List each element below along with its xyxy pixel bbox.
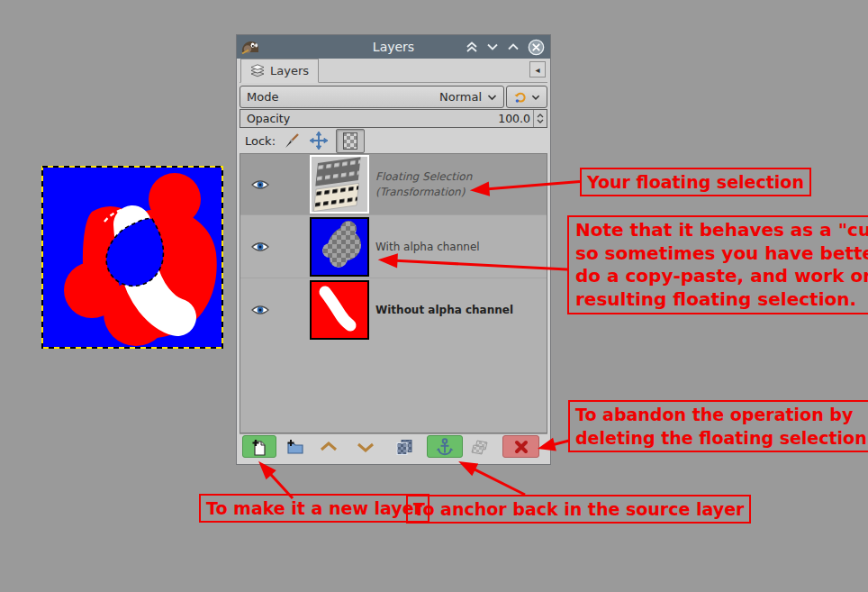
opacity-value: 100.0 <box>498 112 530 125</box>
tab-row: Layers ◂ <box>240 59 547 83</box>
chevron-down-icon <box>356 442 375 452</box>
raise-layer-button[interactable] <box>317 435 340 458</box>
visibility-eye-icon[interactable] <box>251 178 269 190</box>
desktop: { "window": { "title": "Layers" }, "tab"… <box>0 0 868 592</box>
opacity-spinner[interactable] <box>533 110 547 127</box>
mode-select[interactable]: Mode Normal <box>240 86 504 108</box>
callout-floating-selection: Your floating selection <box>580 168 811 196</box>
titlebar[interactable]: Layers <box>237 35 550 59</box>
merge-icon <box>471 439 489 455</box>
lock-label: Lock: <box>245 134 276 148</box>
lock-move-icon[interactable] <box>310 132 328 150</box>
gimp-wilber-icon <box>240 39 260 55</box>
layers-dialog: Layers <box>236 34 551 465</box>
chevron-up-icon[interactable] <box>507 41 520 52</box>
new-layer-icon <box>251 438 267 456</box>
opacity-slider[interactable]: Opacity 100.0 <box>240 109 547 128</box>
tab-menu-glyph: ◂ <box>535 65 539 75</box>
tab-layers[interactable]: Layers <box>240 59 319 83</box>
lock-alpha-toggle[interactable] <box>336 129 365 153</box>
opacity-label: Opacity <box>247 112 290 125</box>
checkerboard-icon <box>343 132 357 150</box>
callout-abandon: To abandon the operation by deleting the… <box>568 400 868 452</box>
close-icon[interactable] <box>528 39 545 56</box>
layers-toolbar <box>240 433 547 460</box>
callout-new-layer: To make it a new layer <box>199 494 429 523</box>
layer-name: With alpha channel <box>375 241 480 253</box>
tab-label: Layers <box>270 64 309 77</box>
layer-row-floating-selection[interactable]: Floating Selection (Transformation) <box>240 154 547 214</box>
lock-paint-icon[interactable] <box>284 132 302 150</box>
floating-selection-thumbnail[interactable] <box>310 155 369 214</box>
merge-layer-button[interactable] <box>466 435 493 458</box>
chevron-down-icon[interactable] <box>486 41 499 52</box>
visibility-eye-icon[interactable] <box>251 241 269 252</box>
tab-menu-button[interactable]: ◂ <box>529 61 546 77</box>
new-layer-group-button[interactable] <box>282 435 309 458</box>
duplicate-icon <box>395 439 413 455</box>
layer-name: Floating Selection (Transformation) <box>375 169 472 200</box>
with-alpha-thumbnail[interactable] <box>310 217 369 277</box>
mode-reset-button[interactable] <box>506 86 547 108</box>
anchor-icon <box>435 437 455 457</box>
mode-label: Mode <box>247 90 278 104</box>
delete-layer-button[interactable] <box>502 435 539 458</box>
lower-layer-button[interactable] <box>354 435 377 458</box>
layer-list: Floating Selection (Transformation) <box>240 153 547 433</box>
layers-stack-icon <box>250 64 265 77</box>
anchor-layer-button[interactable] <box>427 435 463 458</box>
mode-value: Normal <box>439 90 482 104</box>
new-group-icon <box>286 439 304 455</box>
layer-row-without-alpha[interactable]: Without alpha channel <box>240 278 547 341</box>
callout-anchor: To anchor back in the source layer <box>406 495 751 524</box>
canvas-window[interactable] <box>41 166 223 349</box>
mode-row: Mode Normal <box>240 86 547 108</box>
chevron-up-icon <box>319 442 339 452</box>
shade-window-icon[interactable] <box>466 41 478 53</box>
new-layer-button[interactable] <box>242 435 276 458</box>
layer-name: Without alpha channel <box>375 304 513 316</box>
duplicate-layer-button[interactable] <box>391 435 418 458</box>
reset-icon <box>513 90 528 105</box>
lock-row: Lock: <box>240 128 547 153</box>
visibility-eye-icon[interactable] <box>251 304 269 315</box>
callout-note-cut: Note that it behaves as a "cut", so some… <box>567 215 868 314</box>
dialog-body: Layers ◂ Mode Normal <box>240 59 547 459</box>
chevron-down-icon <box>487 94 497 101</box>
without-alpha-thumbnail[interactable] <box>310 280 369 340</box>
delete-x-icon <box>512 438 530 456</box>
layer-row-with-alpha[interactable]: With alpha channel <box>240 215 547 278</box>
chevron-down-icon <box>531 94 540 101</box>
